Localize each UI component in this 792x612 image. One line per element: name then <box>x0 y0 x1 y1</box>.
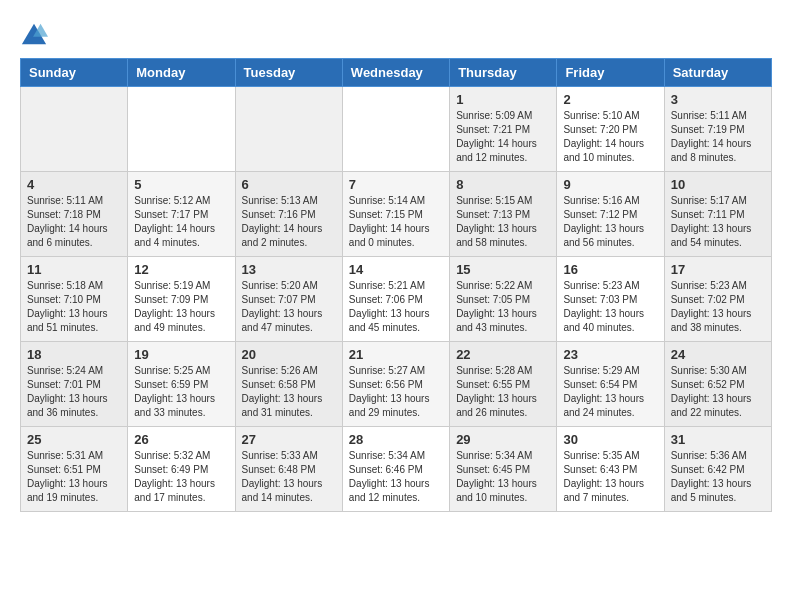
day-info: Sunrise: 5:29 AM Sunset: 6:54 PM Dayligh… <box>563 364 657 420</box>
day-info: Sunrise: 5:28 AM Sunset: 6:55 PM Dayligh… <box>456 364 550 420</box>
calendar-cell: 21Sunrise: 5:27 AM Sunset: 6:56 PM Dayli… <box>342 342 449 427</box>
day-info: Sunrise: 5:34 AM Sunset: 6:46 PM Dayligh… <box>349 449 443 505</box>
day-number: 23 <box>563 347 657 362</box>
calendar-cell: 27Sunrise: 5:33 AM Sunset: 6:48 PM Dayli… <box>235 427 342 512</box>
day-number: 9 <box>563 177 657 192</box>
day-number: 11 <box>27 262 121 277</box>
day-info: Sunrise: 5:11 AM Sunset: 7:18 PM Dayligh… <box>27 194 121 250</box>
day-number: 15 <box>456 262 550 277</box>
calendar-cell: 25Sunrise: 5:31 AM Sunset: 6:51 PM Dayli… <box>21 427 128 512</box>
calendar-cell: 13Sunrise: 5:20 AM Sunset: 7:07 PM Dayli… <box>235 257 342 342</box>
day-number: 27 <box>242 432 336 447</box>
day-info: Sunrise: 5:34 AM Sunset: 6:45 PM Dayligh… <box>456 449 550 505</box>
calendar-cell: 6Sunrise: 5:13 AM Sunset: 7:16 PM Daylig… <box>235 172 342 257</box>
day-number: 18 <box>27 347 121 362</box>
calendar-cell: 18Sunrise: 5:24 AM Sunset: 7:01 PM Dayli… <box>21 342 128 427</box>
day-number: 10 <box>671 177 765 192</box>
calendar-cell <box>21 87 128 172</box>
day-number: 8 <box>456 177 550 192</box>
calendar-cell: 29Sunrise: 5:34 AM Sunset: 6:45 PM Dayli… <box>450 427 557 512</box>
calendar-cell: 4Sunrise: 5:11 AM Sunset: 7:18 PM Daylig… <box>21 172 128 257</box>
day-number: 22 <box>456 347 550 362</box>
day-number: 13 <box>242 262 336 277</box>
calendar-cell: 15Sunrise: 5:22 AM Sunset: 7:05 PM Dayli… <box>450 257 557 342</box>
day-info: Sunrise: 5:23 AM Sunset: 7:03 PM Dayligh… <box>563 279 657 335</box>
header-tuesday: Tuesday <box>235 59 342 87</box>
day-info: Sunrise: 5:12 AM Sunset: 7:17 PM Dayligh… <box>134 194 228 250</box>
day-info: Sunrise: 5:18 AM Sunset: 7:10 PM Dayligh… <box>27 279 121 335</box>
day-number: 2 <box>563 92 657 107</box>
day-info: Sunrise: 5:21 AM Sunset: 7:06 PM Dayligh… <box>349 279 443 335</box>
calendar-cell: 22Sunrise: 5:28 AM Sunset: 6:55 PM Dayli… <box>450 342 557 427</box>
day-number: 12 <box>134 262 228 277</box>
day-info: Sunrise: 5:09 AM Sunset: 7:21 PM Dayligh… <box>456 109 550 165</box>
day-number: 5 <box>134 177 228 192</box>
day-number: 21 <box>349 347 443 362</box>
day-info: Sunrise: 5:25 AM Sunset: 6:59 PM Dayligh… <box>134 364 228 420</box>
logo-icon <box>20 20 48 48</box>
calendar-cell: 28Sunrise: 5:34 AM Sunset: 6:46 PM Dayli… <box>342 427 449 512</box>
calendar-cell: 31Sunrise: 5:36 AM Sunset: 6:42 PM Dayli… <box>664 427 771 512</box>
day-number: 29 <box>456 432 550 447</box>
page-header <box>20 20 772 48</box>
calendar-cell: 7Sunrise: 5:14 AM Sunset: 7:15 PM Daylig… <box>342 172 449 257</box>
header-friday: Friday <box>557 59 664 87</box>
calendar-cell: 19Sunrise: 5:25 AM Sunset: 6:59 PM Dayli… <box>128 342 235 427</box>
week-row-0: 1Sunrise: 5:09 AM Sunset: 7:21 PM Daylig… <box>21 87 772 172</box>
day-number: 3 <box>671 92 765 107</box>
header-sunday: Sunday <box>21 59 128 87</box>
calendar-cell: 24Sunrise: 5:30 AM Sunset: 6:52 PM Dayli… <box>664 342 771 427</box>
calendar-cell <box>128 87 235 172</box>
day-number: 20 <box>242 347 336 362</box>
day-info: Sunrise: 5:16 AM Sunset: 7:12 PM Dayligh… <box>563 194 657 250</box>
calendar-cell: 30Sunrise: 5:35 AM Sunset: 6:43 PM Dayli… <box>557 427 664 512</box>
calendar-cell: 5Sunrise: 5:12 AM Sunset: 7:17 PM Daylig… <box>128 172 235 257</box>
day-info: Sunrise: 5:14 AM Sunset: 7:15 PM Dayligh… <box>349 194 443 250</box>
calendar-cell: 1Sunrise: 5:09 AM Sunset: 7:21 PM Daylig… <box>450 87 557 172</box>
day-number: 17 <box>671 262 765 277</box>
calendar-cell: 10Sunrise: 5:17 AM Sunset: 7:11 PM Dayli… <box>664 172 771 257</box>
header-thursday: Thursday <box>450 59 557 87</box>
calendar-cell: 26Sunrise: 5:32 AM Sunset: 6:49 PM Dayli… <box>128 427 235 512</box>
week-row-2: 11Sunrise: 5:18 AM Sunset: 7:10 PM Dayli… <box>21 257 772 342</box>
calendar-cell: 17Sunrise: 5:23 AM Sunset: 7:02 PM Dayli… <box>664 257 771 342</box>
day-number: 16 <box>563 262 657 277</box>
day-number: 6 <box>242 177 336 192</box>
calendar-header: SundayMondayTuesdayWednesdayThursdayFrid… <box>21 59 772 87</box>
day-number: 14 <box>349 262 443 277</box>
calendar-cell: 2Sunrise: 5:10 AM Sunset: 7:20 PM Daylig… <box>557 87 664 172</box>
day-number: 25 <box>27 432 121 447</box>
header-wednesday: Wednesday <box>342 59 449 87</box>
calendar-cell <box>235 87 342 172</box>
calendar-cell: 8Sunrise: 5:15 AM Sunset: 7:13 PM Daylig… <box>450 172 557 257</box>
calendar-cell: 11Sunrise: 5:18 AM Sunset: 7:10 PM Dayli… <box>21 257 128 342</box>
day-info: Sunrise: 5:33 AM Sunset: 6:48 PM Dayligh… <box>242 449 336 505</box>
day-info: Sunrise: 5:31 AM Sunset: 6:51 PM Dayligh… <box>27 449 121 505</box>
calendar-cell: 16Sunrise: 5:23 AM Sunset: 7:03 PM Dayli… <box>557 257 664 342</box>
day-info: Sunrise: 5:20 AM Sunset: 7:07 PM Dayligh… <box>242 279 336 335</box>
day-info: Sunrise: 5:17 AM Sunset: 7:11 PM Dayligh… <box>671 194 765 250</box>
day-info: Sunrise: 5:30 AM Sunset: 6:52 PM Dayligh… <box>671 364 765 420</box>
calendar-table: SundayMondayTuesdayWednesdayThursdayFrid… <box>20 58 772 512</box>
day-number: 30 <box>563 432 657 447</box>
calendar-cell <box>342 87 449 172</box>
calendar-body: 1Sunrise: 5:09 AM Sunset: 7:21 PM Daylig… <box>21 87 772 512</box>
day-number: 19 <box>134 347 228 362</box>
day-info: Sunrise: 5:27 AM Sunset: 6:56 PM Dayligh… <box>349 364 443 420</box>
day-number: 4 <box>27 177 121 192</box>
day-number: 26 <box>134 432 228 447</box>
day-info: Sunrise: 5:23 AM Sunset: 7:02 PM Dayligh… <box>671 279 765 335</box>
week-row-4: 25Sunrise: 5:31 AM Sunset: 6:51 PM Dayli… <box>21 427 772 512</box>
day-info: Sunrise: 5:22 AM Sunset: 7:05 PM Dayligh… <box>456 279 550 335</box>
logo <box>20 20 52 48</box>
calendar-cell: 20Sunrise: 5:26 AM Sunset: 6:58 PM Dayli… <box>235 342 342 427</box>
day-number: 24 <box>671 347 765 362</box>
day-info: Sunrise: 5:32 AM Sunset: 6:49 PM Dayligh… <box>134 449 228 505</box>
day-info: Sunrise: 5:35 AM Sunset: 6:43 PM Dayligh… <box>563 449 657 505</box>
calendar-cell: 9Sunrise: 5:16 AM Sunset: 7:12 PM Daylig… <box>557 172 664 257</box>
calendar-cell: 3Sunrise: 5:11 AM Sunset: 7:19 PM Daylig… <box>664 87 771 172</box>
header-row: SundayMondayTuesdayWednesdayThursdayFrid… <box>21 59 772 87</box>
day-number: 1 <box>456 92 550 107</box>
calendar-cell: 12Sunrise: 5:19 AM Sunset: 7:09 PM Dayli… <box>128 257 235 342</box>
week-row-1: 4Sunrise: 5:11 AM Sunset: 7:18 PM Daylig… <box>21 172 772 257</box>
